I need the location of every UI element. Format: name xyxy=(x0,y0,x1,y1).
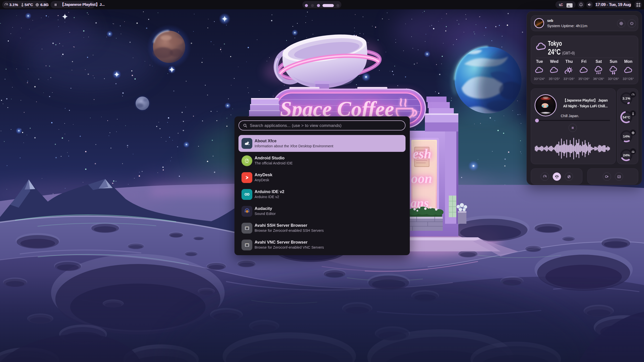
svg-text:esh: esh xyxy=(413,146,431,161)
svg-text:oon: oon xyxy=(411,171,432,186)
